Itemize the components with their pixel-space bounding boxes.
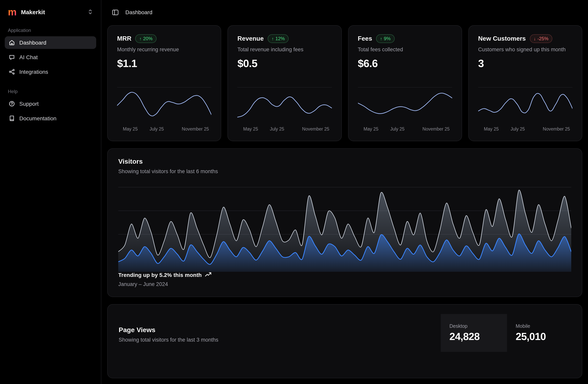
x-tick: May 25 [123,127,138,131]
visitors-subtitle: Showing total visitors for the last 6 mo… [118,168,571,174]
sidebar-section-application: Application [8,28,93,33]
brand-name: Makerkit [21,8,83,15]
stat-card-value: $1.1 [117,58,211,70]
x-tick: November 25 [543,127,570,131]
x-tick: November 25 [182,127,209,131]
trend-badge-value: 9% [384,36,391,42]
trend-badge: ↑ 9% [376,34,395,43]
desktop-stat-label: Desktop [449,323,498,329]
makerkit-logo-icon: m [8,7,17,17]
stat-card-value: $6.6 [358,58,452,70]
chat-icon [9,54,15,60]
help-circle-icon [9,101,15,107]
sidebar-item-ai-chat[interactable]: AI Chat [5,51,96,64]
trend-down-arrow-icon: ↓ [534,37,536,41]
visitors-card: Visitors Showing total visitors for the … [107,148,582,297]
stat-card-title: MRR [117,35,131,42]
trend-badge-value: 12% [275,36,285,42]
trend-badge-value: -25% [537,36,548,42]
visitors-footer: Trending up by 5.2% this month January –… [118,272,571,287]
sidebar-item-label: AI Chat [19,54,38,60]
x-axis-ticks: May 25 July 25 November 25 [117,127,211,133]
x-tick: May 25 [484,127,499,131]
stat-card-title: Fees [358,35,372,42]
main-area: Dashboard MRR ↑ 20% Monthly recurring re… [101,0,588,384]
trend-up-arrow-icon: ↑ [139,37,142,41]
trend-badge-value: 20% [143,36,153,42]
x-tick: July 25 [270,127,284,131]
stat-card-fees: Fees ↑ 9% Total fees collected $6.6 May … [348,25,462,141]
mobile-stat-label: Mobile [516,323,565,329]
stat-card-mrr: MRR ↑ 20% Monthly recurring revenue $1.1… [107,25,221,141]
x-tick: May 25 [243,127,258,131]
trend-up-arrow-icon: ↑ [380,37,382,41]
x-tick: July 25 [510,127,525,131]
visitors-area-chart [118,185,571,272]
sparkline-block: May 25 July 25 November 25 [358,87,452,133]
sparkline-block: May 25 July 25 November 25 [237,87,332,133]
stat-card-subtitle: Monthly recurring revenue [117,46,211,52]
breadcrumb: Dashboard [125,9,152,15]
sidebar: m Makerkit Application Dashboard AI Chat… [0,0,101,384]
sidebar-item-label: Documentation [19,115,56,121]
page-views-title: Page Views [119,326,218,334]
visitors-period-text: January – June 2024 [118,281,571,287]
sidebar-item-dashboard[interactable]: Dashboard [5,36,96,49]
home-icon [9,40,15,46]
sidebar-item-label: Integrations [19,69,48,75]
trend-badge: ↓ -25% [530,34,552,43]
page-views-series-toggles: Desktop 24,828 Mobile 25,010 [441,314,573,352]
x-axis-ticks: May 25 July 25 November 25 [237,127,332,133]
stat-card-new-customers: New Customers ↓ -25% Customers who signe… [468,25,583,141]
trend-badge: ↑ 20% [135,34,156,43]
x-axis-ticks: May 25 July 25 November 25 [358,127,452,133]
mobile-stat-value: 25,010 [516,331,565,342]
sidebar-item-documentation[interactable]: Documentation [5,112,96,125]
dashboard-content: MRR ↑ 20% Monthly recurring revenue $1.1… [101,24,588,384]
sidebar-toggle-icon[interactable] [112,9,119,16]
top-bar: Dashboard [101,0,588,24]
stat-card-title: Revenue [237,35,264,42]
workspace-selector[interactable]: m Makerkit [5,5,96,19]
trend-badge: ↑ 12% [268,34,289,43]
x-tick: July 25 [390,127,405,131]
stat-card-title: New Customers [478,35,526,42]
visitors-trend-text: Trending up by 5.2% this month [118,272,202,278]
sidebar-item-label: Support [19,101,39,107]
revenue-sparkline-chart [237,87,332,123]
trend-up-arrow-icon: ↑ [272,37,274,41]
sidebar-item-support[interactable]: Support [5,97,96,110]
app-window: m Makerkit Application Dashboard AI Chat… [0,0,588,384]
x-tick: May 25 [363,127,378,131]
x-axis-ticks: May 25 July 25 November 25 [478,127,573,133]
sidebar-item-label: Dashboard [19,40,46,46]
visitors-title: Visitors [118,158,571,166]
stat-card-subtitle: Total revenue including fees [237,46,332,52]
stat-card-value: 3 [478,58,573,70]
share-icon [9,69,15,75]
desktop-stat-toggle[interactable]: Desktop 24,828 [441,314,507,352]
page-views-subtitle: Showing total visitors for the last 3 mo… [119,337,218,343]
fees-sparkline-chart [358,87,452,123]
sidebar-item-integrations[interactable]: Integrations [5,66,96,78]
new-customers-sparkline-chart [478,87,573,123]
chevron-up-down-icon [87,9,93,15]
sidebar-section-help: Help [8,89,93,94]
mobile-stat-toggle[interactable]: Mobile 25,010 [507,314,573,352]
stat-cards-row: MRR ↑ 20% Monthly recurring revenue $1.1… [107,25,582,141]
page-views-header-text: Page Views Showing total visitors for th… [108,305,218,343]
sparkline-block: May 25 July 25 November 25 [117,87,211,133]
desktop-stat-value: 24,828 [449,331,498,342]
x-tick: November 25 [302,127,329,131]
stat-card-subtitle: Total fees collected [358,46,452,52]
stat-card-subtitle: Customers who signed up this month [478,46,573,52]
sparkline-block: May 25 July 25 November 25 [478,87,573,133]
mrr-sparkline-chart [117,87,211,123]
x-tick: July 25 [150,127,164,131]
stat-card-revenue: Revenue ↑ 12% Total revenue including fe… [228,25,342,141]
x-tick: November 25 [422,127,450,131]
page-views-card: Page Views Showing total visitors for th… [107,304,582,378]
book-icon [9,115,15,121]
trending-up-icon [205,272,211,278]
stat-card-value: $0.5 [237,58,332,70]
